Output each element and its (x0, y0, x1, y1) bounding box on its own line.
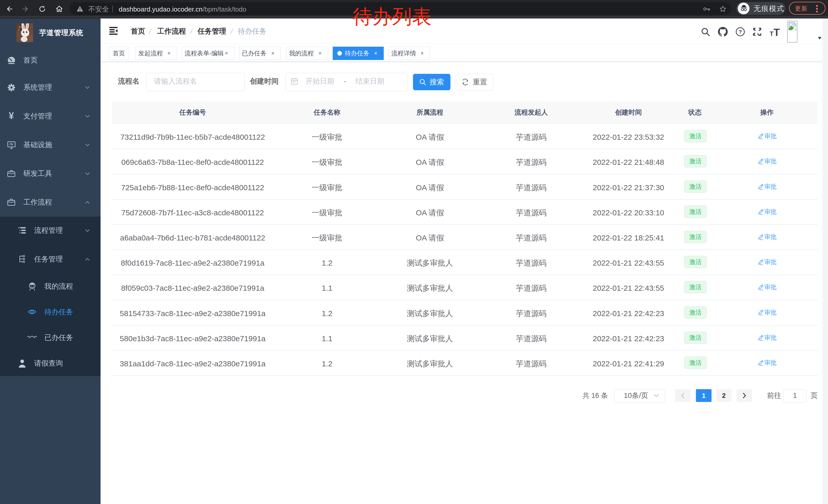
svg-text:?: ? (739, 29, 742, 35)
svg-text:T: T (774, 28, 780, 37)
svg-text:T: T (770, 30, 774, 37)
